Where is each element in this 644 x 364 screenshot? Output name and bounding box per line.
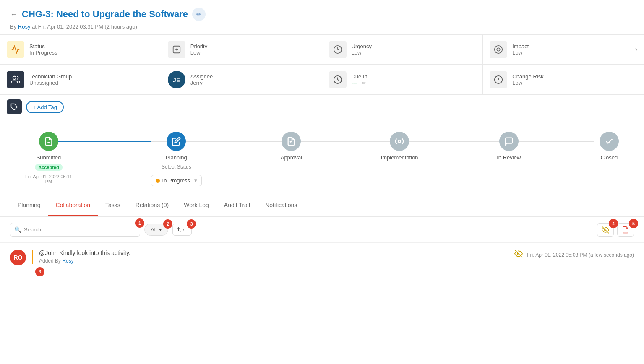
fields-row-1: Status In Progress Priority Low Urgency …: [0, 34, 644, 65]
technician-group-info: Technician Group Unassigned: [29, 73, 72, 86]
status-dot: [156, 179, 160, 183]
priority-icon: [168, 41, 185, 58]
planning-label: Planning: [166, 154, 187, 161]
tabs-section: Planning Collaboration Tasks Relations (…: [0, 195, 644, 217]
due-edit-icon[interactable]: ✏: [362, 80, 366, 86]
technician-group-value: Unassigned: [29, 80, 72, 86]
due-in-field[interactable]: Due In --- ✏: [322, 65, 483, 95]
comment-right: Fri, Apr 01, 2022 05:03 PM (a few second…: [514, 250, 634, 260]
add-tag-button[interactable]: + Add Tag: [26, 101, 64, 113]
tab-tasks[interactable]: Tasks: [98, 195, 128, 216]
page-title: CHG-3: Need to Upgrade the Software: [22, 9, 188, 20]
tags-row: + Add Tag: [0, 95, 644, 119]
toolbar-right: 4 5: [597, 223, 634, 237]
in-review-circle: [499, 132, 519, 151]
pipeline-step-planning: Planning Select Status In Progress ▾: [151, 132, 202, 186]
due-in-info: Due In --- ✏: [352, 73, 368, 86]
impact-field[interactable]: Impact Low ›: [483, 35, 644, 65]
assignee-info: Assignee Jerry: [190, 73, 213, 86]
annotation-1-badge: 1: [135, 218, 144, 228]
implementation-circle: [390, 132, 409, 151]
pipeline-step-approval: Approval: [281, 132, 302, 161]
change-risk-info: Change Risk Low: [512, 73, 543, 86]
due-in-icon: [329, 71, 347, 88]
search-input[interactable]: [10, 223, 140, 237]
impact-label: Impact: [512, 43, 529, 49]
fields-row-2: Technician Group Unassigned JE Assignee …: [0, 65, 644, 95]
planning-circle: [167, 132, 186, 151]
tab-notifications[interactable]: Notifications: [258, 195, 305, 216]
change-risk-field[interactable]: Change Risk Low: [483, 65, 644, 95]
comments-section: RO @John Kindly look into this activity.…: [0, 243, 644, 283]
approval-circle: [282, 132, 301, 151]
technician-group-icon: [7, 71, 24, 88]
svg-point-2: [495, 46, 502, 53]
impact-value: Low: [512, 49, 529, 56]
filter-label: All: [151, 226, 156, 233]
status-field[interactable]: Status In Progress: [0, 35, 161, 65]
pipeline-step-closed: Closed: [600, 132, 619, 161]
filter-icon: ▾: [159, 226, 162, 233]
assignee-value: Jerry: [190, 80, 213, 86]
priority-field[interactable]: Priority Low: [161, 35, 322, 65]
status-label: Status: [29, 43, 57, 49]
submitted-label: Submitted: [37, 154, 61, 161]
pipeline-step-submitted: Submitted Accepted Fri, Apr 01, 2022 05:…: [25, 132, 72, 184]
change-risk-value: Low: [512, 80, 543, 86]
header-subtitle: By Rosy at Fri, Apr 01, 2022 03:31 PM (2…: [10, 23, 634, 30]
header: ← CHG-3: Need to Upgrade the Software ✏ …: [0, 0, 644, 34]
chevron-down-icon: ▾: [194, 177, 197, 184]
priority-label: Priority: [190, 43, 207, 49]
tab-relations[interactable]: Relations (0): [128, 195, 176, 216]
priority-info: Priority Low: [190, 43, 207, 56]
status-value: In Progress: [29, 49, 57, 56]
priority-value: Low: [190, 49, 207, 56]
in-review-label: In Review: [497, 154, 521, 161]
tab-audit-trail[interactable]: Audit Trail: [216, 195, 258, 216]
submitted-circle: [39, 132, 58, 151]
assignee-field[interactable]: JE Assignee Jerry: [161, 65, 322, 95]
comment-text: @John Kindly look into this activity.: [39, 250, 508, 256]
closed-label: Closed: [601, 154, 618, 161]
comment-content: @John Kindly look into this activity. Ad…: [32, 250, 508, 264]
edit-title-button[interactable]: ✏: [192, 8, 206, 21]
due-in-value: ---: [352, 80, 357, 86]
comment-author-link[interactable]: Rosy: [62, 258, 73, 264]
tab-planning[interactable]: Planning: [10, 195, 48, 216]
tab-work-log[interactable]: Work Log: [176, 195, 216, 216]
comment-eye-icon[interactable]: [514, 250, 523, 260]
comment-meta: Added By Rosy: [39, 258, 508, 264]
comment-avatar: RO: [10, 250, 26, 265]
svg-point-4: [13, 76, 16, 79]
search-input-wrap: 🔍: [10, 223, 140, 237]
svg-point-3: [497, 48, 500, 51]
change-risk-icon: [490, 71, 507, 88]
impact-icon: [490, 41, 507, 58]
annotation-4-badge: 4: [609, 219, 618, 228]
pipeline-steps: Submitted Accepted Fri, Apr 01, 2022 05:…: [25, 132, 619, 186]
back-button[interactable]: ←: [10, 10, 18, 19]
pipeline-step-implementation: Implementation: [381, 132, 418, 161]
submitted-date: Fri, Apr 01, 2022 05:11PM: [25, 174, 72, 184]
annotation-5-badge: 5: [629, 219, 638, 228]
assignee-label: Assignee: [190, 73, 213, 80]
page: ← CHG-3: Need to Upgrade the Software ✏ …: [0, 0, 644, 364]
implementation-label: Implementation: [381, 154, 418, 161]
status-icon: [7, 41, 24, 58]
due-in-label: Due In: [352, 73, 368, 80]
tabs: Planning Collaboration Tasks Relations (…: [10, 195, 634, 216]
svg-point-11: [398, 140, 401, 143]
author-link[interactable]: Rosy: [18, 23, 31, 30]
expand-arrow-icon: ›: [635, 46, 637, 53]
planning-status-select: In Progress ▾: [151, 175, 202, 186]
urgency-icon: [329, 41, 347, 58]
urgency-value: Low: [352, 49, 372, 56]
search-wrap: 🔍 1: [10, 223, 140, 237]
technician-group-field[interactable]: Technician Group Unassigned: [0, 65, 161, 95]
annotation-6-badge: 6: [35, 267, 44, 276]
assignee-avatar: JE: [168, 71, 185, 88]
status-dropdown[interactable]: In Progress ▾: [151, 175, 202, 186]
urgency-field[interactable]: Urgency Low: [322, 35, 483, 65]
approval-label: Approval: [281, 154, 302, 161]
tab-collaboration[interactable]: Collaboration: [48, 195, 98, 216]
